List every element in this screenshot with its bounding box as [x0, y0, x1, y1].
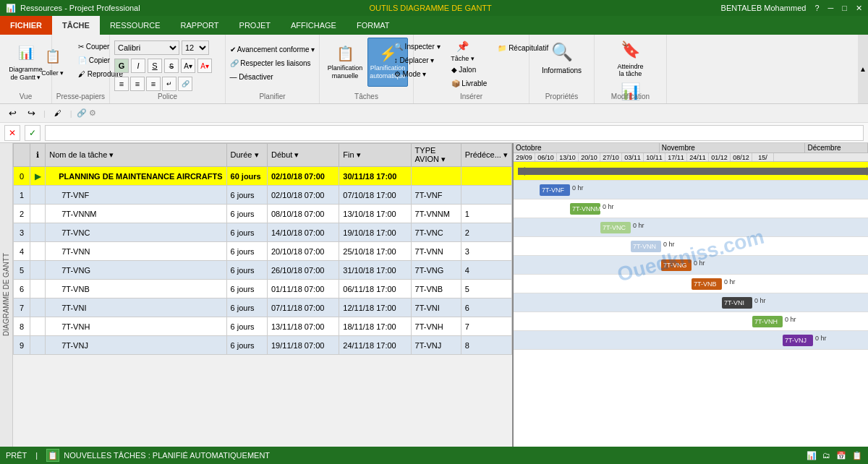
- confirm-task-button[interactable]: ✓: [25, 125, 41, 141]
- font-family-select[interactable]: Calibri: [114, 40, 179, 55]
- table-row: 37T-VNC6 jours14/10/18 07:0019/10/18 17:…: [14, 223, 512, 242]
- col-duration: Durée ▾: [226, 144, 267, 167]
- gantt-row: 7T-VNB0 hr: [514, 275, 868, 293]
- avancement-conforme-button[interactable]: ✔ Avancement conforme ▾: [226, 43, 320, 56]
- row-start: 02/10/18 07:00: [267, 186, 339, 205]
- task-input-field[interactable]: [45, 125, 864, 141]
- desactiver-button[interactable]: — Désactiver: [226, 71, 320, 83]
- undo-button[interactable]: ↩: [4, 106, 20, 121]
- ribbon-collapse-button[interactable]: ▲: [858, 35, 868, 103]
- help-button[interactable]: ?: [814, 4, 819, 13]
- tab-tache[interactable]: TÂCHE: [52, 16, 100, 35]
- tab-format[interactable]: FORMAT: [346, 16, 400, 35]
- row-end: 06/11/18 17:00: [339, 280, 411, 298]
- italic-button[interactable]: I: [131, 59, 145, 73]
- mode-button[interactable]: ⚙ Mode ▾: [390, 68, 445, 80]
- inspecter-button[interactable]: 🔍 Inspecter ▾: [390, 40, 445, 53]
- row-info: [30, 186, 46, 205]
- ribbon: 📊 Diagrammede Gantt ▾ Vue 📋 Coller ▾ ✂ C…: [0, 35, 868, 104]
- group-proprietes: 🔍 Informations Propriétés: [529, 35, 595, 103]
- align-center-btn[interactable]: ≡: [130, 77, 145, 91]
- row-id: 0: [14, 167, 30, 186]
- title-bar: 📊 Ressources - Project Professional OUTI…: [0, 0, 868, 16]
- tab-rapport[interactable]: RAPPORT: [171, 16, 229, 35]
- row-end: 25/10/18 17:00: [339, 242, 411, 261]
- align-left-btn[interactable]: ≡: [114, 77, 129, 91]
- deplacer-button[interactable]: ↕ Déplacer ▾: [390, 54, 445, 66]
- row-type: 7T-VNB: [411, 280, 461, 298]
- minimize-button[interactable]: ─: [828, 4, 834, 13]
- gantt-month-row: Octobre Novembre Décembre: [514, 143, 868, 153]
- row-id: 8: [14, 317, 30, 336]
- bg-color-button[interactable]: A▾: [181, 59, 195, 73]
- status-icon-4: 📋: [852, 451, 862, 460]
- title-center: OUTILS DIAGRAMME DE GANTT: [370, 4, 492, 12]
- row-name: 7T-VNI: [46, 298, 226, 317]
- gantt-task-bar: 7T-VNF: [540, 184, 570, 196]
- table-row: 77T-VNI6 jours07/11/18 07:0012/11/18 17:…: [14, 298, 512, 317]
- row-start: 14/10/18 07:00: [267, 223, 339, 242]
- maximize-button[interactable]: □: [842, 4, 847, 13]
- row-info: [30, 298, 46, 317]
- redo-button[interactable]: ↪: [23, 106, 39, 121]
- row-type: 7T-VNF: [411, 186, 461, 205]
- tab-projet[interactable]: PROJET: [229, 16, 281, 35]
- group-taches-label: Tâches: [320, 93, 413, 100]
- underline-button[interactable]: S: [148, 59, 162, 73]
- row-info: [30, 336, 46, 355]
- livrable-button[interactable]: 📦 Livrable: [447, 77, 492, 90]
- row-duration: 6 jours: [226, 223, 267, 242]
- font-color-button[interactable]: A▾: [197, 59, 212, 73]
- gantt-side-label: DIAGRAMME DE GANTT: [0, 143, 13, 447]
- align-right-btn[interactable]: ≡: [146, 77, 161, 91]
- row-start: 26/10/18 07:00: [267, 261, 339, 280]
- gantt-row: 7T-VNI0 hr: [514, 293, 868, 312]
- table-row: 57T-VNG6 jours26/10/18 07:0031/10/18 17:…: [14, 261, 512, 280]
- coller-label: Coller ▾: [41, 69, 64, 77]
- row-duration: 6 jours: [226, 186, 267, 205]
- tache-button[interactable]: 📌 Tâche ▾: [447, 40, 479, 62]
- gantt-task-bar: 7T-VNB: [692, 278, 722, 290]
- tab-ressource[interactable]: RESSOURCE: [100, 16, 171, 35]
- cancel-task-button[interactable]: ✕: [4, 125, 20, 141]
- gantt-task-bar: 7T-VNNM: [570, 203, 600, 215]
- ribbon-tabs: FICHIER TÂCHE RESSOURCE RAPPORT PROJET A…: [0, 16, 868, 35]
- bold-button[interactable]: G: [114, 59, 129, 73]
- table-area: ℹ Nom de la tâche ▾ Durée ▾ Début ▾ Fin …: [13, 143, 514, 447]
- user-name: BENTALEB Mohammed: [721, 4, 807, 13]
- toolbar-extra: 🔗 ⚙: [77, 108, 96, 118]
- planification-manuelle-button[interactable]: 📋 Planificationmanuelle: [325, 38, 365, 87]
- close-button[interactable]: ✕: [856, 4, 862, 13]
- atteindre-tache-button[interactable]: Atteindrela tâche: [613, 61, 647, 80]
- gantt-row: 7T-VNG0 hr: [514, 256, 868, 275]
- row-pred: 6: [461, 298, 511, 317]
- row-info: [30, 317, 46, 336]
- row-info: ▶: [30, 167, 46, 186]
- informations-button[interactable]: Informations: [537, 64, 586, 77]
- link-btn[interactable]: 🔗: [178, 77, 192, 91]
- gantt-day-row: 29/09 06/10 13/10 20/10 27/10 03/11 10/1…: [514, 153, 868, 162]
- row-name: 7T-VNH: [46, 317, 226, 336]
- gantt-day-2010: 20/10: [579, 153, 600, 161]
- coller-button[interactable]: 📋 Coller ▾: [34, 38, 72, 87]
- planification-manuelle-label: Planificationmanuelle: [328, 64, 363, 80]
- tab-fichier[interactable]: FICHIER: [0, 16, 52, 35]
- jalon-button[interactable]: ◆ Jalon: [447, 64, 492, 76]
- quick-toolbar: ↩ ↪ | 🖌 | 🔗 ⚙: [0, 104, 868, 123]
- gantt-day-0610: 06/10: [535, 153, 557, 161]
- gantt-task-bar: 7T-VNI: [722, 297, 752, 309]
- respecter-liaisons-button[interactable]: 🔗 Respecter les liaisons: [226, 57, 320, 69]
- gantt-side-text: DIAGRAMME DE GANTT: [2, 253, 10, 336]
- gantt-month-novembre: Novembre: [660, 143, 806, 152]
- group-inserer-label: Insérer: [414, 93, 529, 100]
- group-proprietes-label: Propriétés: [529, 93, 594, 100]
- strikethrough-button[interactable]: S̶: [164, 59, 179, 73]
- row-info: [30, 280, 46, 298]
- quick-format-button[interactable]: 🖌: [50, 106, 66, 121]
- tab-affichage[interactable]: AFFICHAGE: [281, 16, 346, 35]
- row-name: 7T-VNG: [46, 261, 226, 280]
- wrap-btn[interactable]: ↵: [162, 77, 176, 91]
- table-row: 47T-VNN6 jours20/10/18 07:0025/10/18 17:…: [14, 242, 512, 261]
- font-size-select[interactable]: 12: [182, 40, 209, 55]
- row-start: 07/11/18 07:00: [267, 298, 339, 317]
